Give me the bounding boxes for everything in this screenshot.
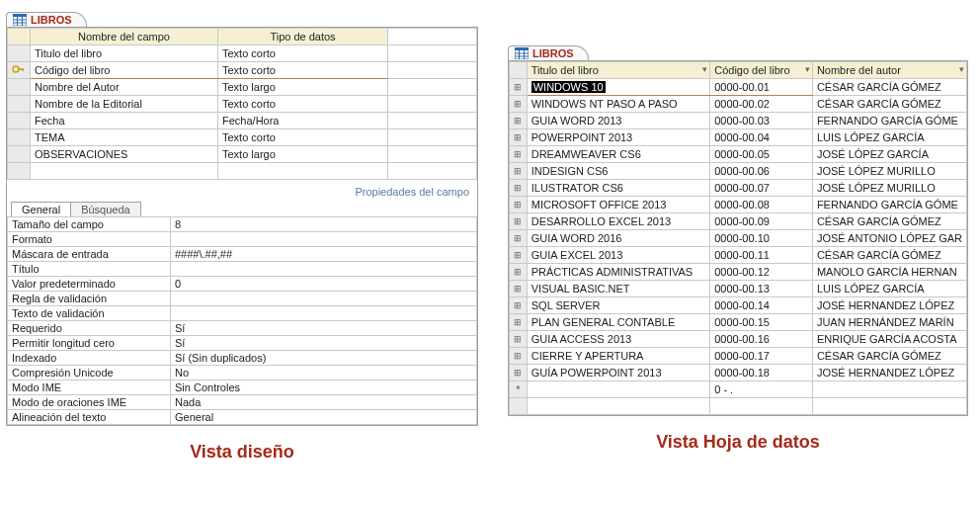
cell-autor[interactable]: JOSÉ HERNANDEZ LÓPEZ	[812, 365, 966, 381]
cell-titulo[interactable]: WINDOWS NT PASO A PASO	[527, 96, 709, 113]
table-row[interactable]: ⊞GUIA EXCEL 20130000-00.11CÉSAR GARCÍA G…	[510, 247, 967, 264]
cell-autor[interactable]: FERNANDO GARCÍA GÓME	[812, 113, 966, 129]
cell-titulo[interactable]: VISUAL BASIC.NET	[527, 281, 709, 297]
cell-autor[interactable]: JOSÉ LÓPEZ MURILLO	[812, 163, 966, 180]
table-row[interactable]: ⊞WINDOWS 100000-00.01CÉSAR GARCÍA GÓMEZ	[510, 79, 967, 96]
design-field-grid[interactable]: Nombre del campo Tipo de datos Titulo de…	[7, 28, 477, 180]
cell-autor[interactable]: CÉSAR GARCÍA GÓMEZ	[812, 79, 966, 96]
property-value[interactable]: Sí	[171, 336, 477, 351]
cell-titulo[interactable]	[527, 381, 709, 398]
cell-autor[interactable]: CÉSAR GARCÍA GÓMEZ	[812, 96, 966, 113]
expand-icon[interactable]: ⊞	[510, 180, 528, 197]
expand-icon[interactable]: ⊞	[510, 348, 528, 365]
property-row[interactable]: RequeridoSí	[8, 321, 477, 336]
row-selector-header[interactable]	[510, 62, 528, 79]
cell-codigo[interactable]: 0000-00.14	[710, 297, 813, 314]
table-row[interactable]: ⊞DREAMWEAVER CS60000-00.05JOSÉ LÓPEZ GAR…	[510, 146, 967, 163]
expand-icon[interactable]: ⊞	[510, 96, 528, 113]
data-type-cell[interactable]: Fecha/Hora	[218, 113, 388, 129]
table-row[interactable]: ⊞VISUAL BASIC.NET0000-00.13LUIS LÓPEZ GA…	[510, 281, 967, 297]
cell-codigo[interactable]: 0000-00.04	[710, 129, 813, 146]
design-row[interactable]: Nombre de la EditorialTexto corto	[8, 96, 477, 113]
expand-icon[interactable]: ⊞	[510, 113, 528, 129]
design-row[interactable]: Titulo del libroTexto corto	[8, 45, 477, 62]
new-record-icon[interactable]: *	[510, 381, 528, 398]
cell-codigo[interactable]: 0000-00.06	[710, 163, 813, 180]
property-value[interactable]: Sí	[171, 321, 477, 336]
cell-autor[interactable]: JOSÉ HERNANDEZ LÓPEZ	[812, 297, 966, 314]
property-row[interactable]: Título	[8, 262, 477, 277]
expand-icon[interactable]: ⊞	[510, 314, 528, 331]
cell-autor[interactable]: JOSÉ LÓPEZ MURILLO	[812, 180, 966, 197]
field-name-cell[interactable]: Nombre del Autor	[31, 79, 218, 96]
design-row[interactable]: OBSERVACIONESTexto largo	[8, 146, 477, 163]
cell-titulo[interactable]: ILUSTRATOR CS6	[527, 180, 709, 197]
expand-icon[interactable]: ⊞	[510, 264, 528, 281]
expand-icon[interactable]: ⊞	[510, 365, 528, 381]
row-selector[interactable]	[8, 45, 31, 62]
cell-codigo[interactable]: 0000-00.09	[710, 213, 813, 230]
data-type-cell[interactable]: Texto corto	[218, 129, 388, 146]
field-name-cell[interactable]: Titulo del libro	[31, 45, 218, 62]
col-header-field-name[interactable]: Nombre del campo	[31, 29, 218, 45]
cell-codigo[interactable]: 0000-00.13	[710, 281, 813, 297]
cell-autor[interactable]: LUIS LÓPEZ GARCÍA	[812, 129, 966, 146]
cell-codigo[interactable]: 0000-00.03	[710, 113, 813, 129]
table-row[interactable]: ⊞INDESIGN CS60000-00.06JOSÉ LÓPEZ MURILL…	[510, 163, 967, 180]
expand-icon[interactable]: ⊞	[510, 247, 528, 264]
property-row[interactable]: Alineación del textoGeneral	[8, 410, 477, 425]
field-name-cell[interactable]: TEMA	[31, 129, 218, 146]
row-selector[interactable]	[8, 146, 31, 163]
cell-autor[interactable]: CÉSAR GARCÍA GÓMEZ	[812, 247, 966, 264]
table-row[interactable]: ⊞ILUSTRATOR CS60000-00.07JOSÉ LÓPEZ MURI…	[510, 180, 967, 197]
property-value[interactable]: No	[171, 366, 477, 380]
row-selector[interactable]	[8, 62, 31, 79]
cell-titulo[interactable]: PRÁCTICAS ADMINISTRATIVAS	[527, 264, 709, 281]
field-name-cell[interactable]: Código del libro	[31, 62, 218, 79]
cell-codigo[interactable]: 0000-00.05	[710, 146, 813, 163]
cell-titulo[interactable]: MICROSOFT OFFICE 2013	[527, 197, 709, 213]
design-row-empty[interactable]	[8, 163, 477, 180]
expand-icon[interactable]: ⊞	[510, 79, 528, 96]
chevron-down-icon[interactable]: ▾	[702, 64, 707, 74]
property-value[interactable]: Nada	[171, 395, 477, 410]
design-row[interactable]: FechaFecha/Hora	[8, 113, 477, 129]
cell-titulo[interactable]: GUÍA POWERPOINT 2013	[527, 365, 709, 381]
cell-titulo[interactable]: DREAMWEAVER CS6	[527, 146, 709, 163]
field-name-cell[interactable]: Fecha	[31, 113, 218, 129]
props-tab-search[interactable]: Búsqueda	[70, 202, 141, 216]
cell-titulo[interactable]: DESARROLLO EXCEL 2013	[527, 213, 709, 230]
property-row[interactable]: Tamaño del campo8	[8, 217, 477, 232]
expand-icon[interactable]: ⊞	[510, 331, 528, 348]
cell-autor[interactable]: CÉSAR GARCÍA GÓMEZ	[812, 348, 966, 365]
property-value[interactable]: Sí (Sin duplicados)	[171, 351, 477, 366]
cell-codigo[interactable]: 0000-00.08	[710, 197, 813, 213]
field-name-cell[interactable]: Nombre de la Editorial	[31, 96, 218, 113]
cell-codigo[interactable]: 0000-00.07	[710, 180, 813, 197]
table-row[interactable]: ⊞SQL SERVER0000-00.14JOSÉ HERNANDEZ LÓPE…	[510, 297, 967, 314]
col-header-codigo[interactable]: Código del libro▾	[710, 62, 813, 79]
expand-icon[interactable]: ⊞	[510, 213, 528, 230]
data-type-cell[interactable]: Texto largo	[218, 79, 388, 96]
cell-titulo[interactable]: GUIA WORD 2016	[527, 230, 709, 247]
table-row[interactable]: ⊞MICROSOFT OFFICE 20130000-00.08FERNANDO…	[510, 197, 967, 213]
property-value[interactable]	[171, 232, 477, 247]
expand-icon[interactable]: ⊞	[510, 129, 528, 146]
cell-codigo[interactable]: 0000-00.17	[710, 348, 813, 365]
cell-codigo[interactable]: 0000-00.11	[710, 247, 813, 264]
cell-codigo[interactable]: 0000-00.02	[710, 96, 813, 113]
row-selector[interactable]	[8, 96, 31, 113]
cell-titulo[interactable]: GUIA ACCESS 2013	[527, 331, 709, 348]
cell-titulo[interactable]: SQL SERVER	[527, 297, 709, 314]
property-row[interactable]: Máscara de entrada####\.##,##	[8, 247, 477, 262]
property-row[interactable]: Permitir longitud ceroSí	[8, 336, 477, 351]
property-value[interactable]: ####\.##,##	[171, 247, 477, 262]
table-row[interactable]: ⊞GUÍA POWERPOINT 20130000-00.18JOSÉ HERN…	[510, 365, 967, 381]
cell-titulo[interactable]: INDESIGN CS6	[527, 163, 709, 180]
col-header-autor[interactable]: Nombre del autor▾	[812, 62, 966, 79]
cell-codigo[interactable]: 0000-00.01	[710, 79, 813, 96]
cell-titulo[interactable]: CIERRE Y APERTURA	[527, 348, 709, 365]
property-row[interactable]: Compresión UnicodeNo	[8, 366, 477, 380]
property-value[interactable]: Sin Controles	[171, 380, 477, 395]
cell-autor[interactable]: CÉSAR GARCÍA GÓMEZ	[812, 213, 966, 230]
